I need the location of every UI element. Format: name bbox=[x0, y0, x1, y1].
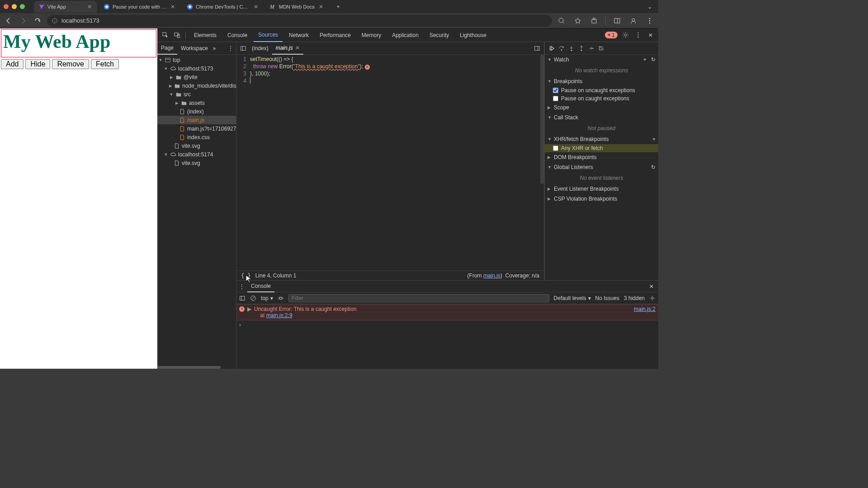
refresh-icon[interactable]: ↻ bbox=[651, 56, 656, 63]
toggle-navigator-icon[interactable] bbox=[238, 43, 248, 53]
browser-tab-active[interactable]: Vite App ✕ bbox=[34, 1, 97, 13]
section-title[interactable]: Breakpoints bbox=[554, 78, 582, 84]
menu-icon[interactable] bbox=[645, 16, 655, 26]
toggle-sidebar-icon[interactable] bbox=[239, 295, 245, 301]
device-icon[interactable] bbox=[172, 30, 182, 40]
gear-icon[interactable] bbox=[620, 30, 630, 40]
error-count[interactable]: 1 bbox=[605, 32, 618, 38]
section-title[interactable]: Event Listener Breakpoints bbox=[554, 186, 618, 192]
close-icon[interactable]: ✕ bbox=[86, 4, 93, 10]
pause-uncaught-checkbox[interactable] bbox=[553, 88, 558, 93]
remove-button[interactable]: Remove bbox=[52, 59, 89, 69]
gear-icon[interactable] bbox=[649, 295, 656, 301]
hide-button[interactable]: Hide bbox=[25, 59, 50, 69]
filter-input[interactable] bbox=[288, 294, 549, 302]
kebab-icon[interactable]: ⋮ bbox=[239, 283, 245, 290]
file-tree[interactable]: ▼top ▼localhost:5173 ▶@vite ▶node_module… bbox=[157, 55, 236, 369]
section-title[interactable]: CSP Violation Breakpoints bbox=[554, 196, 617, 202]
source-link[interactable]: main.js:2 bbox=[634, 306, 656, 312]
nav-tab-workspace[interactable]: Workspace bbox=[177, 42, 212, 55]
live-expression-icon[interactable] bbox=[278, 295, 284, 301]
hidden-count[interactable]: 3 hidden bbox=[624, 295, 645, 301]
step-out-icon[interactable] bbox=[578, 45, 585, 52]
clear-console-icon[interactable] bbox=[250, 295, 256, 301]
extensions-icon[interactable] bbox=[589, 16, 599, 26]
add-watch-icon[interactable]: + bbox=[643, 56, 646, 63]
step-into-icon[interactable] bbox=[568, 45, 575, 52]
gutter[interactable]: 1234 bbox=[236, 55, 250, 270]
close-icon[interactable]: ✕ bbox=[318, 4, 324, 10]
editor-tab-index[interactable]: (index) bbox=[248, 42, 272, 55]
new-tab-button[interactable]: + bbox=[333, 2, 343, 12]
inspect-icon[interactable] bbox=[160, 30, 170, 40]
tab-memory[interactable]: Memory bbox=[357, 28, 386, 42]
page-viewport: My Web App Add Hide Remove Fetch bbox=[0, 28, 157, 369]
profile-icon[interactable] bbox=[628, 16, 638, 26]
tab-network[interactable]: Network bbox=[284, 28, 313, 42]
vite-icon bbox=[38, 4, 45, 10]
kebab-icon[interactable] bbox=[633, 30, 643, 40]
section-title[interactable]: XHR/fetch Breakpoints bbox=[554, 136, 609, 142]
scrollbar-thumb[interactable] bbox=[540, 55, 544, 184]
address-bar[interactable]: localhost:5173 bbox=[47, 15, 552, 27]
section-title[interactable]: Scope bbox=[554, 104, 569, 111]
step-over-icon[interactable] bbox=[558, 45, 565, 52]
refresh-icon[interactable]: ↻ bbox=[651, 164, 656, 170]
svg-point-5 bbox=[559, 18, 563, 23]
kebab-icon[interactable]: ⋮ bbox=[225, 45, 236, 52]
browser-tab[interactable]: Pause your code with breakp ✕ bbox=[99, 1, 180, 13]
window-controls[interactable] bbox=[4, 4, 25, 9]
overflow-icon[interactable]: » bbox=[212, 45, 217, 52]
close-icon[interactable]: ✕ bbox=[253, 4, 259, 10]
close-icon[interactable]: ✕ bbox=[170, 4, 176, 10]
context-selector[interactable]: top▾ bbox=[261, 295, 273, 301]
any-xhr-checkbox[interactable] bbox=[553, 145, 558, 151]
empty-state: No watch expressions bbox=[545, 65, 658, 76]
zoom-icon[interactable] bbox=[557, 16, 566, 26]
pause-caught-checkbox[interactable] bbox=[553, 96, 558, 101]
tab-sources[interactable]: Sources bbox=[254, 28, 283, 42]
code-editor[interactable]: setTimeout(() => { throw new Error("This… bbox=[250, 55, 544, 270]
close-icon[interactable]: ✕ bbox=[295, 45, 300, 51]
tab-application[interactable]: Application bbox=[387, 28, 423, 42]
close-icon[interactable]: ✕ bbox=[646, 30, 656, 40]
tree-label: node_modules/vite/dis bbox=[182, 83, 236, 89]
browser-tab[interactable]: M MDN Web Docs ✕ bbox=[265, 1, 329, 13]
bookmark-icon[interactable] bbox=[573, 16, 583, 26]
console-error-row[interactable]: ✕ ▶ Uncaught Error: This is a caught exc… bbox=[236, 304, 658, 320]
scrollbar-thumb[interactable] bbox=[157, 366, 221, 369]
chevron-down-icon[interactable]: ⌄ bbox=[645, 4, 655, 10]
forward-button[interactable] bbox=[18, 16, 28, 26]
reload-button[interactable] bbox=[33, 16, 42, 26]
section-title[interactable]: Call Stack bbox=[554, 114, 578, 121]
add-button[interactable]: Add bbox=[1, 59, 24, 69]
nav-tab-page[interactable]: Page bbox=[157, 42, 177, 55]
tab-elements[interactable]: Elements bbox=[189, 28, 221, 42]
log-levels-selector[interactable]: Default levels▾ bbox=[554, 295, 591, 301]
section-title[interactable]: DOM Breakpoints bbox=[554, 154, 597, 160]
section-title[interactable]: Global Listeners bbox=[554, 164, 593, 170]
tab-lighthouse[interactable]: Lighthouse bbox=[455, 28, 491, 42]
console-prompt[interactable]: › bbox=[236, 320, 658, 329]
add-xhr-icon[interactable]: + bbox=[652, 136, 656, 142]
tab-performance[interactable]: Performance bbox=[315, 28, 355, 42]
fetch-button[interactable]: Fetch bbox=[91, 59, 119, 69]
tab-title: Vite App bbox=[47, 4, 84, 9]
close-icon[interactable]: ✕ bbox=[647, 283, 656, 290]
error-marker-icon[interactable]: ✕ bbox=[365, 65, 370, 70]
section-title[interactable]: Watch bbox=[554, 56, 569, 63]
browser-tab[interactable]: Chrome DevTools | Chrome ✕ bbox=[182, 1, 264, 13]
sidepanel-icon[interactable] bbox=[612, 16, 622, 26]
deactivate-breakpoints-icon[interactable] bbox=[598, 45, 604, 52]
stack-link[interactable]: main.js:2:9 bbox=[266, 312, 292, 319]
tab-console[interactable]: Console bbox=[223, 28, 252, 42]
checkbox-label: Pause on caught exceptions bbox=[561, 95, 629, 102]
issues-count[interactable]: No Issues bbox=[595, 295, 619, 301]
editor-tab-main[interactable]: main.js✕ bbox=[272, 42, 303, 55]
step-icon[interactable] bbox=[588, 45, 594, 52]
toggle-debugger-icon[interactable] bbox=[532, 43, 542, 53]
back-button[interactable] bbox=[4, 16, 14, 26]
source-info: (From main.js) Coverage: n/a bbox=[467, 272, 539, 279]
tab-security[interactable]: Security bbox=[425, 28, 453, 42]
resume-icon[interactable] bbox=[548, 45, 555, 52]
